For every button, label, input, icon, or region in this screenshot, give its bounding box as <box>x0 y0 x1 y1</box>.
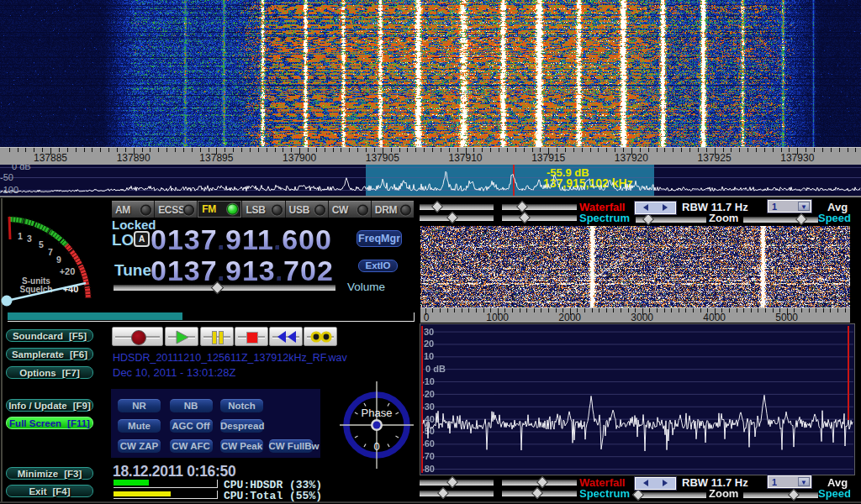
svg-text:3: 3 <box>27 234 32 244</box>
svg-text:+20: +20 <box>60 266 76 276</box>
svg-text:7: 7 <box>48 247 53 257</box>
svg-text:9: 9 <box>56 255 61 265</box>
svg-text:0: 0 <box>373 440 379 453</box>
svg-text:1: 1 <box>18 231 23 241</box>
svg-text:Phase: Phase <box>362 407 393 419</box>
svg-text:5: 5 <box>39 239 44 249</box>
